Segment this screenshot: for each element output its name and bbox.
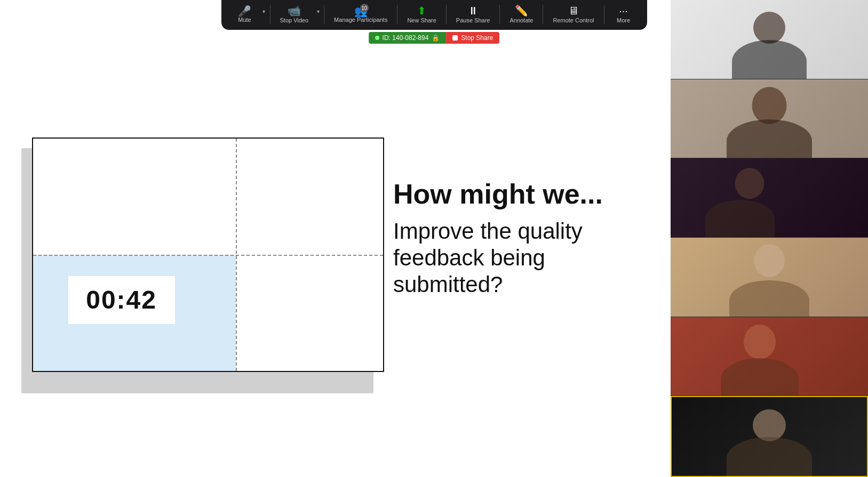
slide-body: Improve the quality feedback being submi… bbox=[393, 218, 649, 298]
head-6 bbox=[753, 409, 786, 441]
divider-7 bbox=[604, 5, 604, 24]
more-button[interactable]: ··· More bbox=[609, 3, 639, 26]
video-thumb-3 bbox=[671, 158, 868, 238]
video-thumb-4 bbox=[671, 238, 868, 317]
annotate-icon: ✏️ bbox=[515, 5, 528, 16]
divider-5 bbox=[499, 5, 500, 24]
divider-4 bbox=[446, 5, 447, 24]
stop-share-button[interactable]: Stop Share bbox=[446, 32, 499, 44]
participant-video-3 bbox=[671, 158, 868, 237]
participant-video-6 bbox=[672, 397, 867, 476]
body-4 bbox=[729, 280, 809, 317]
more-icon: ··· bbox=[619, 5, 628, 16]
pause-share-label: Pause Share bbox=[456, 17, 490, 23]
remote-control-icon: 🖥 bbox=[568, 5, 579, 16]
body-1 bbox=[732, 40, 807, 79]
mute-label: Mute bbox=[238, 17, 251, 23]
body-5 bbox=[721, 358, 798, 396]
divider-3 bbox=[397, 5, 397, 24]
new-share-button[interactable]: ⬆ New Share bbox=[402, 3, 441, 26]
video-thumb-2 bbox=[671, 79, 868, 159]
divider-1 bbox=[269, 5, 270, 24]
body-3 bbox=[705, 200, 775, 237]
stop-share-icon bbox=[452, 35, 458, 41]
divider-6 bbox=[543, 5, 543, 24]
video-thumb-5 bbox=[671, 317, 868, 397]
lock-icon: 🔒 bbox=[432, 34, 440, 42]
slide-dashed-horizontal bbox=[33, 255, 383, 256]
head-3 bbox=[735, 168, 765, 199]
remote-control-button[interactable]: 🖥 Remote Control bbox=[547, 3, 599, 26]
meeting-id-text: ID: 140-082-894 bbox=[383, 34, 429, 42]
head-4 bbox=[754, 244, 785, 277]
meeting-bar: ID: 140-082-894 🔒 Stop Share bbox=[369, 32, 500, 44]
signal-icon bbox=[375, 36, 379, 40]
participant-video-2 bbox=[671, 79, 868, 158]
remote-control-label: Remote Control bbox=[553, 17, 594, 23]
divider-2 bbox=[324, 5, 324, 24]
stop-share-label: Stop Share bbox=[461, 34, 493, 42]
body-6 bbox=[727, 437, 812, 476]
participant-video-4 bbox=[671, 238, 868, 317]
pause-icon: ⏸ bbox=[468, 5, 479, 16]
video-thumb-1 bbox=[671, 0, 868, 79]
participant-video-1 bbox=[671, 0, 868, 79]
manage-participants-button[interactable]: 👥 10 Manage Participants bbox=[329, 4, 393, 25]
timer-display: 00:42 bbox=[86, 285, 157, 314]
pause-share-button[interactable]: ⏸ Pause Share bbox=[451, 3, 496, 26]
toolbar: 🎤 Mute ▾ 📹 Stop Video ▾ 👥 10 Manage Part… bbox=[221, 0, 647, 30]
main-content: 00:42 How might we... Improve the qualit… bbox=[0, 0, 671, 477]
body-2 bbox=[727, 119, 812, 158]
more-label: More bbox=[617, 17, 630, 23]
stop-video-label: Stop Video bbox=[280, 17, 308, 23]
annotate-button[interactable]: ✏️ Annotate bbox=[504, 3, 538, 26]
video-icon: 📹 bbox=[288, 5, 301, 16]
mute-icon: 🎤 bbox=[238, 5, 251, 17]
meeting-id-section: ID: 140-082-894 🔒 bbox=[369, 32, 447, 44]
mute-button[interactable]: 🎤 Mute bbox=[229, 4, 259, 25]
stop-video-button[interactable]: 📹 Stop Video bbox=[274, 3, 314, 26]
mute-chevron-icon[interactable]: ▾ bbox=[262, 9, 265, 14]
video-thumb-6 bbox=[671, 396, 868, 477]
new-share-label: New Share bbox=[407, 17, 436, 23]
right-panel bbox=[671, 0, 868, 477]
slide-heading: How might we... bbox=[393, 179, 649, 209]
timer-box: 00:42 bbox=[68, 276, 175, 324]
slide-wrapper: 00:42 bbox=[32, 138, 384, 372]
participant-video-5 bbox=[671, 317, 868, 396]
slide: 00:42 bbox=[32, 138, 384, 372]
video-chevron-icon[interactable]: ▾ bbox=[317, 9, 320, 14]
slide-dashed-vertical bbox=[236, 139, 237, 371]
head-1 bbox=[753, 12, 785, 44]
head-5 bbox=[744, 325, 776, 359]
annotate-label: Annotate bbox=[509, 17, 533, 23]
new-share-icon: ⬆ bbox=[417, 5, 426, 16]
slide-text-area: How might we... Improve the quality feed… bbox=[393, 179, 649, 298]
manage-participants-label: Manage Participants bbox=[334, 17, 387, 23]
